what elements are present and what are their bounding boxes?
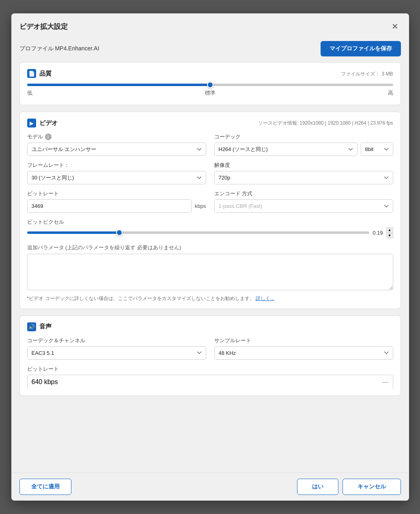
model-field: モデル i ユニバーサル エンハンサー (27, 133, 206, 156)
framerate-label: フレームレート： (27, 162, 206, 169)
model-label: モデル i (27, 133, 206, 140)
quality-slider-labels: 低 標準 高 (27, 89, 393, 97)
model-info-icon[interactable]: i (45, 134, 52, 140)
video-form-grid: モデル i ユニバーサル エンハンサー コーデック H264 (ソースと同じ) (27, 133, 393, 213)
apply-all-button[interactable]: 全てに適用 (19, 479, 71, 495)
quality-slider-row: 低 標準 高 (27, 84, 393, 97)
quality-title-row: 📄 品質 (27, 69, 52, 78)
additional-label: 追加パラメータ (上記のパラメータを繰り返す 必要はありません) (27, 244, 393, 251)
audio-header: 🔊 音声 (27, 322, 393, 331)
audio-section: 🔊 音声 コーデック＆チャンネル EAC3 5.1 サンプルレート (19, 315, 401, 396)
video-bitrate-row: kbps (27, 199, 206, 213)
bpp-slider-container: 0.19 ▲ ▼ (27, 227, 393, 238)
bpp-stepper: ▲ ▼ (386, 227, 393, 238)
video-bitrate-unit: kbps (195, 203, 206, 209)
video-section: ▶ ビデオ ソースビデオ情報: 1920x1080 | 1920:1080 | … (19, 112, 401, 309)
quality-label-high: 高 (388, 89, 393, 97)
file-size-row: ファイルサイズ： 3 MB (341, 70, 393, 78)
audio-codec-label: コーデック＆チャンネル (27, 337, 206, 344)
audio-codec-select[interactable]: EAC3 5.1 (27, 346, 206, 360)
quality-section-title: 品質 (39, 70, 52, 78)
dialog-footer: 全てに適用 はい キャンセル (11, 473, 409, 501)
video-bitrate-input[interactable] (27, 199, 192, 213)
audio-bitrate-value: 640 kbps (32, 378, 58, 386)
encode-label: エンコード 方式 (214, 190, 393, 197)
cancel-button[interactable]: キャンセル (342, 479, 401, 495)
video-bitrate-label: ビットレート (27, 190, 206, 197)
codec-row: H264 (ソースと同じ) 8bit (214, 143, 393, 156)
sample-rate-label: サンプルレート (214, 337, 393, 344)
quality-label-low: 低 (27, 89, 32, 97)
bpp-decrement[interactable]: ▼ (386, 233, 393, 238)
document-icon: 📄 (28, 71, 35, 77)
bpp-slider-fill (27, 231, 120, 234)
video-section-title: ビデオ (39, 119, 58, 127)
audio-bitrate-section: ビットレート 640 kbps — (27, 365, 393, 389)
codec-note: *ビデオ コーデックに詳しくない場合は、ここでパラメータをカスタマイズしないこと… (27, 295, 393, 302)
additional-textarea[interactable] (27, 254, 393, 290)
profile-row: プロファイル MP4.Enhancer.AI マイプロファイルを保存 (19, 37, 401, 62)
sample-rate-select[interactable]: 48 KHz (214, 346, 393, 360)
close-button[interactable]: ✕ (389, 21, 401, 32)
play-icon: ▶ (30, 120, 34, 126)
video-header: ▶ ビデオ ソースビデオ情報: 1920x1080 | 1920:1080 | … (27, 119, 393, 127)
codec-label: コーデック (214, 133, 393, 140)
audio-bitrate-chevron: — (382, 378, 389, 386)
dialog-header: ビデオ拡大設定 ✕ (11, 13, 409, 37)
profile-label: プロファイル MP4.Enhancer.AI (19, 45, 99, 52)
quality-slider-fill (27, 84, 210, 86)
bpp-slider-track (27, 231, 370, 234)
video-source-info: ソースビデオ情報: 1920x1080 | 1920:1080 | H264 |… (258, 120, 393, 127)
file-size-value: 3 MB (381, 71, 393, 77)
resolution-label: 解像度 (214, 162, 393, 169)
audio-section-title: 音声 (39, 323, 52, 330)
dialog-body: プロファイル MP4.Enhancer.AI マイプロファイルを保存 📄 品質 … (11, 37, 409, 473)
sample-rate-field: サンプルレート 48 KHz (214, 337, 393, 360)
speaker-icon: 🔊 (28, 324, 35, 330)
quality-slider-track (27, 84, 393, 86)
file-size-label: ファイルサイズ： (341, 71, 380, 77)
dialog-title: ビデオ拡大設定 (19, 22, 68, 31)
quality-label-mid: 標準 (32, 89, 388, 97)
video-title-row: ▶ ビデオ (27, 119, 58, 127)
audio-form-grid: コーデック＆チャンネル EAC3 5.1 サンプルレート 48 KHz (27, 337, 393, 360)
resolution-select[interactable]: 720p (214, 171, 393, 184)
bpp-label: ビットピクセル (27, 218, 393, 226)
bit-depth-select[interactable]: 8bit (361, 143, 393, 156)
codec-select[interactable]: H264 (ソースと同じ) (214, 143, 358, 156)
footer-left: 全てに適用 (19, 479, 71, 495)
audio-bitrate-input-row: 640 kbps — (27, 375, 393, 389)
footer-right: はい キャンセル (297, 479, 401, 495)
audio-bitrate-label: ビットレート (27, 365, 393, 373)
video-icon: ▶ (27, 119, 36, 127)
encode-field: エンコード 方式 1-pass CBR (Fast) (214, 190, 393, 213)
yes-button[interactable]: はい (297, 479, 338, 495)
framerate-field: フレームレート： 30 (ソースと同じ) (27, 162, 206, 184)
audio-icon: 🔊 (27, 322, 36, 331)
framerate-select[interactable]: 30 (ソースと同じ) (27, 171, 206, 184)
audio-title-row: 🔊 音声 (27, 322, 52, 331)
resolution-field: 解像度 720p (214, 162, 393, 184)
quality-icon: 📄 (27, 69, 36, 78)
quality-section: 📄 品質 ファイルサイズ： 3 MB 低 標準 高 (19, 62, 401, 105)
quality-slider-thumb (207, 82, 213, 88)
codec-link[interactable]: 詳しく... (256, 296, 274, 301)
bpp-row: ビットピクセル 0.19 ▲ ▼ (27, 218, 393, 238)
additional-params: 追加パラメータ (上記のパラメータを繰り返す 必要はありません) (27, 244, 393, 292)
model-select[interactable]: ユニバーサル エンハンサー (27, 143, 206, 156)
dialog: ビデオ拡大設定 ✕ プロファイル MP4.Enhancer.AI マイプロファイ… (11, 13, 409, 501)
audio-codec-field: コーデック＆チャンネル EAC3 5.1 (27, 337, 206, 360)
video-bitrate-field: ビットレート kbps (27, 190, 206, 213)
bpp-increment[interactable]: ▲ (386, 227, 393, 233)
quality-header: 📄 品質 ファイルサイズ： 3 MB (27, 69, 393, 78)
save-profile-button[interactable]: マイプロファイルを保存 (321, 41, 401, 56)
bpp-slider-thumb (116, 229, 123, 236)
bpp-value: 0.19 (373, 230, 383, 236)
codec-field: コーデック H264 (ソースと同じ) 8bit (214, 133, 393, 156)
encode-select[interactable]: 1-pass CBR (Fast) (214, 199, 393, 213)
